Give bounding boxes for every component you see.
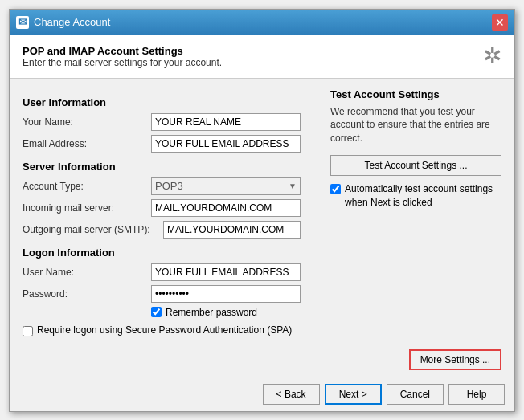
back-button[interactable]: < Back (263, 384, 320, 405)
your-name-input[interactable] (151, 113, 301, 131)
auto-check-row: Automatically test account settings when… (330, 182, 501, 210)
server-info-title: Server Information (23, 161, 301, 173)
account-type-dropdown[interactable]: POP3 ▼ (151, 177, 301, 195)
header-text: POP and IMAP Account Settings Enter the … (23, 45, 222, 68)
spa-row: Require logon using Secure Password Auth… (23, 324, 301, 336)
dropdown-arrow-icon: ▼ (289, 181, 297, 190)
outgoing-server-row: Outgoing mail server (SMTP): (23, 221, 301, 239)
dialog-icon: ✉ (16, 16, 29, 29)
header-section: POP and IMAP Account Settings Enter the … (10, 35, 514, 79)
change-account-dialog: ✉ Change Account ✕ POP and IMAP Account … (9, 9, 515, 412)
account-type-value: POP3 (155, 180, 183, 192)
cursor-icon: ✲ (483, 45, 501, 67)
header-subtitle: Enter the mail server settings for your … (23, 57, 222, 68)
header-title: POP and IMAP Account Settings (23, 45, 222, 57)
title-bar-left: ✉ Change Account (16, 16, 110, 29)
auto-check-checkbox[interactable] (330, 184, 341, 194)
email-row: Email Address: (23, 135, 301, 153)
next-button[interactable]: Next > (325, 384, 382, 405)
test-account-button[interactable]: Test Account Settings ... (330, 155, 501, 176)
your-name-label: Your Name: (23, 116, 151, 128)
logon-info-title: Logon Information (23, 247, 301, 259)
outgoing-server-label: Outgoing mail server (SMTP): (23, 224, 163, 235)
spa-checkbox[interactable] (23, 326, 33, 336)
incoming-server-input[interactable] (151, 199, 301, 217)
test-account-title: Test Account Settings (330, 88, 501, 100)
username-input[interactable] (151, 263, 301, 281)
title-bar: ✉ Change Account ✕ (10, 10, 514, 35)
cancel-button[interactable]: Cancel (387, 384, 444, 405)
more-settings-container: More Settings ... (10, 346, 514, 377)
account-type-label: Account Type: (23, 181, 151, 192)
dialog-title: Change Account (34, 16, 110, 28)
main-content: User Information Your Name: Email Addres… (10, 79, 514, 346)
more-settings-button[interactable]: More Settings ... (409, 349, 501, 370)
email-label: Email Address: (23, 138, 151, 149)
user-info-title: User Information (23, 96, 301, 108)
your-name-row: Your Name: (23, 113, 301, 131)
remember-password-label: Remember password (166, 307, 257, 318)
password-input[interactable] (151, 285, 301, 303)
email-input[interactable] (151, 135, 301, 153)
auto-check-label: Automatically test account settings when… (345, 182, 501, 210)
spa-label: Require logon using Secure Password Auth… (37, 324, 292, 336)
test-account-description: We recommend that you test your account … (330, 105, 501, 145)
incoming-server-row: Incoming mail server: (23, 199, 301, 217)
outgoing-server-input[interactable] (163, 221, 301, 239)
right-panel: Test Account Settings We recommend that … (317, 88, 501, 336)
close-button[interactable]: ✕ (492, 14, 508, 31)
username-row: User Name: (23, 263, 301, 281)
remember-password-checkbox[interactable] (151, 307, 162, 317)
left-panel: User Information Your Name: Email Addres… (23, 88, 301, 336)
incoming-server-label: Incoming mail server: (23, 202, 151, 214)
remember-password-row: Remember password (151, 307, 301, 318)
account-type-row: Account Type: POP3 ▼ (23, 177, 301, 195)
password-label: Password: (23, 288, 151, 300)
dialog-footer: < Back Next > Cancel Help (10, 377, 514, 411)
username-label: User Name: (23, 267, 151, 278)
help-button[interactable]: Help (448, 384, 505, 405)
password-row: Password: (23, 285, 301, 303)
